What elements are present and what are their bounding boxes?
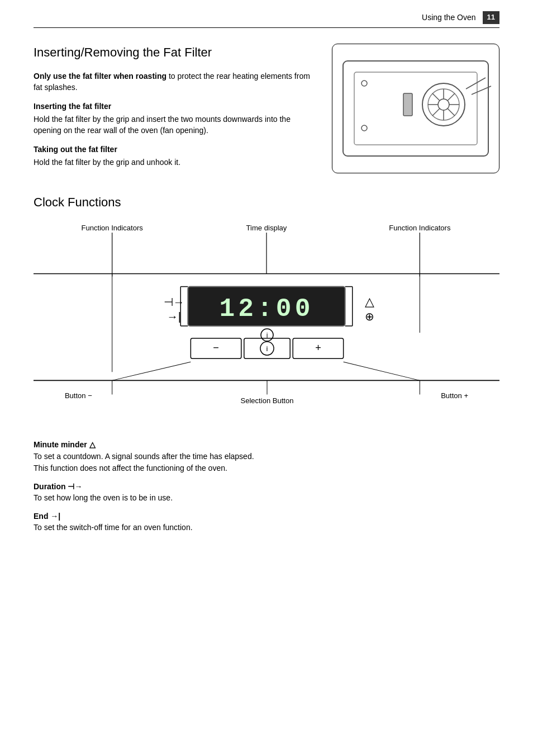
oven-diagram — [337, 55, 494, 162]
fat-filter-title: Inserting/Removing the Fat Filter — [34, 44, 315, 62]
label-function-indicators-left: Function Indicators — [82, 224, 144, 232]
fat-filter-text: Inserting/Removing the Fat Filter Only u… — [34, 44, 315, 173]
clock-diagram-svg: Function Indicators Time display Functio… — [34, 220, 499, 423]
fat-filter-lead: Only use the fat filter when roasting to… — [34, 70, 315, 93]
svg-line-11 — [448, 93, 455, 101]
fat-filter-bold-lead: Only use the fat filter when roasting — [34, 72, 166, 81]
page-number: 11 — [483, 11, 499, 24]
svg-point-13 — [361, 81, 367, 86]
svg-line-15 — [466, 78, 486, 89]
desc-end: End →| To set the switch-off time for an… — [34, 511, 499, 533]
desc-minute-minder: Minute minder △ To set a countdown. A si… — [34, 439, 499, 474]
desc-duration: Duration ⊣→ To set how long the oven is … — [34, 481, 499, 504]
taking-out-block: Taking out the fat filter Hold the fat f… — [34, 144, 315, 168]
svg-line-37 — [112, 362, 191, 380]
desc-duration-heading: Duration ⊣→ — [34, 481, 499, 492]
inserting-text: Hold the fat filter by the grip and inse… — [34, 115, 291, 135]
desc-minute-minder-heading: Minute minder △ — [34, 439, 499, 450]
plus-symbol: + — [315, 342, 321, 353]
svg-point-14 — [361, 125, 367, 131]
svg-line-10 — [448, 108, 455, 116]
symbol-end: →| — [167, 310, 181, 323]
svg-line-12 — [432, 108, 440, 116]
label-button-plus: Button + — [441, 391, 468, 399]
clock-display-text: 12:00 — [220, 295, 314, 324]
header-title: Using the Oven — [422, 12, 476, 23]
center-icon: i — [266, 332, 268, 339]
desc-duration-text: To set how long the oven is to be in use… — [34, 492, 499, 504]
desc-minute-minder-text: To set a countdown. A signal sounds afte… — [34, 451, 499, 474]
fat-filter-image — [332, 44, 499, 173]
svg-rect-17 — [403, 93, 412, 116]
inserting-heading: Inserting the fat filter — [34, 101, 315, 112]
page-header: Using the Oven 11 — [34, 11, 499, 28]
svg-line-40 — [344, 362, 420, 380]
clock-section-title: Clock Functions — [34, 193, 499, 211]
label-function-indicators-right: Function Indicators — [389, 224, 451, 232]
desc-end-heading: End →| — [34, 511, 499, 522]
taking-out-text: Hold the fat filter by the grip and unho… — [34, 158, 180, 167]
label-button-minus: Button − — [65, 391, 92, 399]
taking-out-heading: Taking out the fat filter — [34, 144, 315, 155]
svg-line-9 — [432, 93, 440, 101]
selection-symbol: i — [266, 344, 268, 353]
minus-symbol: − — [213, 342, 219, 353]
svg-rect-0 — [343, 61, 488, 156]
symbol-bell: △ — [365, 294, 374, 308]
clock-section: Clock Functions Function Indicators Time… — [34, 193, 499, 423]
descriptions: Minute minder △ To set a countdown. A si… — [34, 439, 499, 533]
label-time-display: Time display — [246, 224, 287, 232]
symbol-clock: ⊕ — [365, 310, 374, 323]
fat-filter-section: Inserting/Removing the Fat Filter Only u… — [34, 44, 499, 173]
desc-end-text: To set the switch-off time for an oven f… — [34, 522, 499, 533]
symbol-duration: ⊣→ — [164, 295, 184, 308]
inserting-heading-block: Inserting the fat filter Hold the fat fi… — [34, 101, 315, 136]
label-selection-button: Selection Button — [240, 396, 293, 404]
